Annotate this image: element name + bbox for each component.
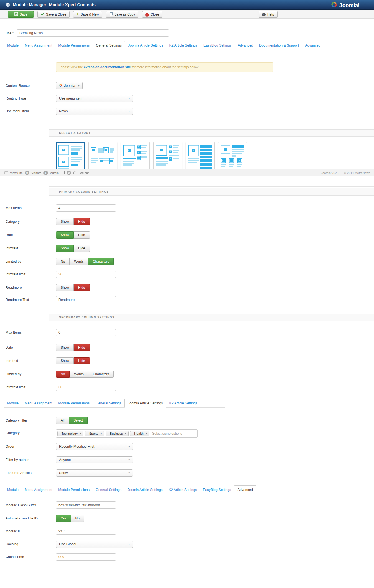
tab-general-settings[interactable]: General Settings	[93, 399, 124, 407]
field-label-introtext-limit: Introtext limit	[6, 272, 25, 276]
save-as-copy-button[interactable]: Save as Copy	[106, 11, 139, 18]
category-option-show[interactable]: Show	[56, 218, 74, 225]
tab-module[interactable]: Module	[4, 399, 22, 407]
tab-advanced[interactable]: Advanced	[302, 41, 324, 50]
tab-k2-article-settings[interactable]: K2 Article Settings	[166, 399, 200, 407]
save-new-button[interactable]: +Save & New	[73, 11, 102, 18]
readmore-text-input[interactable]	[56, 296, 116, 303]
routing-type-select[interactable]: Use menu item▼	[56, 95, 133, 102]
layout-option-image-three-columns[interactable]	[218, 142, 247, 169]
tab-general-settings[interactable]: General Settings	[93, 41, 125, 50]
date-option-show[interactable]: Show	[56, 344, 74, 351]
layout-option-featured-with-sidebar[interactable]	[121, 142, 150, 169]
title-input[interactable]	[17, 29, 169, 37]
readmore-option-hide[interactable]: Hide	[74, 284, 90, 291]
date-option-hide[interactable]: Hide	[74, 231, 90, 239]
chip-remove-icon[interactable]: ×	[125, 432, 126, 435]
caret-down-icon: ▼	[128, 470, 130, 477]
tab-joomla-article-settings[interactable]: Joomla Article Settings	[125, 41, 166, 50]
module-class-suffix-input[interactable]	[56, 501, 116, 509]
limited-by-option-characters[interactable]: Characters	[88, 371, 114, 378]
tab-easyblog-settings[interactable]: EasyBlog Settings	[200, 486, 234, 494]
field-label-introtext: Introtext	[6, 359, 18, 363]
tab-easyblog-settings[interactable]: EasyBlog Settings	[200, 41, 235, 50]
category-multiselect[interactable]: - Technology×- Sports×- Business×- Healt…	[56, 429, 198, 438]
save-close-button[interactable]: Save & Close	[37, 11, 70, 18]
check-icon	[41, 12, 44, 16]
tab-module[interactable]: Module	[4, 486, 22, 494]
tab-module-permissions[interactable]: Module Permissions	[55, 486, 93, 494]
readmore-option-show[interactable]: Show	[56, 284, 74, 291]
date-option-show[interactable]: Show	[56, 231, 74, 239]
save-button[interactable]: Save	[8, 11, 34, 18]
limited-by-option-words[interactable]: Words	[70, 258, 88, 265]
tab-documentation-support[interactable]: Documentation & Support	[256, 41, 302, 50]
caret-down-icon: ▼	[128, 541, 130, 548]
chip-remove-icon[interactable]: ×	[100, 432, 102, 435]
tab-strip-3: ModuleMenu AssignmentModule PermissionsG…	[4, 485, 284, 494]
filter-by-authors-select[interactable]: Anyone▼	[56, 456, 133, 463]
section-divider	[49, 186, 374, 187]
admin-status-bar: View Site 0 Visitors 1 Admin 0 Log out J…	[0, 169, 374, 176]
introtext-limit-input[interactable]	[56, 384, 116, 391]
automatic-module-id-option-yes[interactable]: Yes	[56, 515, 71, 522]
tab-menu-assignment[interactable]: Menu Assignment	[22, 399, 55, 407]
max-items-input[interactable]	[56, 329, 116, 336]
order-select[interactable]: Recently Modified First▼	[56, 443, 133, 450]
category-filter-option-all[interactable]: All	[56, 417, 69, 424]
limited-by-option-no[interactable]: No	[56, 371, 70, 378]
documentation-link[interactable]: extension documentation site	[84, 65, 131, 69]
limited-by-option-characters[interactable]: Characters	[88, 258, 114, 265]
featured-articles-select[interactable]: Show▼	[56, 469, 133, 477]
layout-picker	[56, 142, 247, 169]
layout-option-featured-two-rows[interactable]	[56, 142, 85, 169]
automatic-module-id-option-no[interactable]: No	[71, 515, 84, 522]
notice-text: Please view the	[60, 65, 84, 69]
introtext-option-hide[interactable]: Hide	[74, 245, 90, 252]
caching-select[interactable]: Use Global▼	[56, 541, 133, 548]
tab-module-permissions[interactable]: Module Permissions	[55, 399, 93, 407]
category-option-hide[interactable]: Hide	[74, 218, 90, 225]
cache-time-input[interactable]	[56, 553, 116, 561]
introtext-option-show[interactable]: Show	[56, 245, 74, 252]
layout-option-two-column-teasers[interactable]	[88, 142, 117, 169]
introtext-limit-input[interactable]	[56, 271, 116, 278]
tab-general-settings[interactable]: General Settings	[93, 486, 124, 494]
chip-remove-icon[interactable]: ×	[80, 432, 81, 435]
layout-option-image-with-bars[interactable]	[186, 142, 215, 169]
tab-joomla-article-settings[interactable]: Joomla Article Settings	[124, 486, 166, 494]
tab-k2-article-settings[interactable]: K2 Article Settings	[166, 486, 200, 494]
tab-advanced[interactable]: Advanced	[235, 41, 256, 50]
tab-module-permissions[interactable]: Module Permissions	[55, 41, 93, 50]
introtext-toggle: ShowHide	[56, 245, 90, 252]
introtext-option-show[interactable]: Show	[56, 357, 74, 364]
tab-joomla-article-settings[interactable]: Joomla Article Settings	[124, 399, 166, 408]
close-button[interactable]: ×Close	[142, 11, 162, 18]
view-site-link[interactable]: View Site	[10, 171, 23, 174]
tab-strip-2: ModuleMenu AssignmentModule PermissionsG…	[4, 399, 225, 408]
tab-module[interactable]: Module	[4, 41, 22, 50]
introtext-option-hide[interactable]: Hide	[74, 357, 90, 364]
tab-advanced[interactable]: Advanced	[234, 485, 256, 494]
limited-by-option-words[interactable]: Words	[70, 371, 88, 378]
max-items-input[interactable]	[56, 204, 116, 212]
caret-down-icon: ▼	[128, 108, 130, 115]
date-option-hide[interactable]: Hide	[74, 344, 90, 351]
module-id-input[interactable]	[56, 528, 116, 535]
chip-remove-icon[interactable]: ×	[146, 432, 147, 435]
tab-k2-article-settings[interactable]: K2 Article Settings	[166, 41, 200, 50]
limited-by-option-no[interactable]: No	[56, 258, 70, 265]
caret-down-icon: ▼	[128, 95, 130, 102]
field-label-max-items: Max Items	[6, 331, 22, 334]
content-source-dropdown[interactable]: Joomla▼	[56, 82, 83, 89]
section-divider	[49, 311, 374, 311]
logout-link[interactable]: Log out	[78, 171, 89, 174]
layout-preview	[155, 144, 180, 169]
category-filter-option-select[interactable]: Select	[69, 417, 87, 424]
tab-menu-assignment[interactable]: Menu Assignment	[22, 41, 55, 50]
help-button[interactable]: ? Help	[259, 11, 278, 18]
tab-menu-assignment[interactable]: Menu Assignment	[22, 486, 55, 494]
layout-option-image-with-list[interactable]	[153, 142, 182, 169]
visitors-label: Visitors	[31, 171, 41, 174]
use-menu-item-select[interactable]: News▼	[56, 108, 133, 115]
